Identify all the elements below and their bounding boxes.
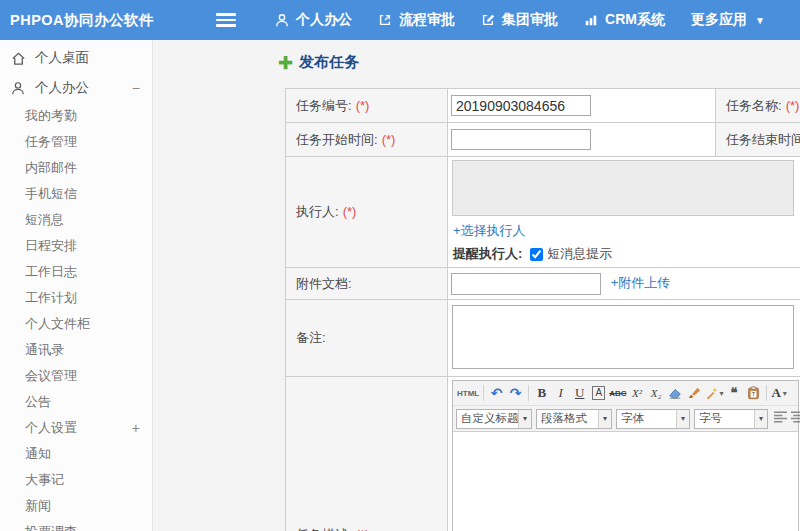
sidebar-item-16[interactable]: 大事记 bbox=[0, 467, 152, 493]
format-painter-button[interactable] bbox=[686, 384, 703, 403]
page-title: 发布任务 bbox=[299, 53, 359, 72]
task-no-input[interactable] bbox=[451, 95, 591, 116]
start-time-label-cell: 任务开始时间:(*) bbox=[286, 123, 448, 157]
font-family-select[interactable]: 字体▾ bbox=[616, 409, 690, 429]
bold-button[interactable]: B bbox=[533, 384, 550, 403]
main-content: ✚ 发布任务 任务编号:(*) 任务名称:(*) 任务开始时间:(*) bbox=[154, 40, 800, 531]
sidebar-item-12[interactable]: 会议管理 bbox=[0, 363, 152, 389]
font-color-button[interactable]: A ▾ bbox=[771, 384, 788, 403]
eraser-icon bbox=[668, 386, 682, 400]
required-mark: (*) bbox=[786, 98, 800, 113]
editor-content-area[interactable] bbox=[453, 431, 798, 531]
executor-label-cell: 执行人:(*) bbox=[286, 157, 448, 268]
sidebar-item-9[interactable]: 工作计划 bbox=[0, 285, 152, 311]
start-time-input[interactable] bbox=[451, 129, 591, 150]
choose-executor-link[interactable]: +选择执行人 bbox=[453, 223, 526, 238]
editor-toolbar-row1: HTML ↶ ↷ B I U A ABC X² X₂ bbox=[453, 381, 798, 406]
task-no-label-cell: 任务编号:(*) bbox=[286, 89, 448, 123]
sidebar-item-label: 通讯录 bbox=[25, 341, 140, 359]
page-head: ✚ 发布任务 bbox=[278, 53, 359, 72]
subscript-button[interactable]: X₂ bbox=[648, 384, 665, 403]
nav-more-apps[interactable]: 更多应用 ▼ bbox=[678, 0, 778, 40]
superscript-button[interactable]: X² bbox=[629, 384, 646, 403]
sidebar-item-18[interactable]: 投票调查 bbox=[0, 519, 152, 531]
remark-label-cell: 备注: bbox=[286, 300, 448, 377]
nav-personal-office[interactable]: 个人办公 bbox=[262, 0, 365, 40]
sidebar-item-6[interactable]: 短消息 bbox=[0, 207, 152, 233]
blockquote-button[interactable]: ❝ bbox=[726, 384, 743, 403]
required-mark: (*) bbox=[343, 204, 357, 219]
expand-icon[interactable]: + bbox=[132, 420, 140, 436]
sidebar-item-11[interactable]: 通讯录 bbox=[0, 337, 152, 363]
nav-crm-system[interactable]: CRM系统 bbox=[571, 0, 678, 40]
nav-workflow-approval[interactable]: 流程审批 bbox=[365, 0, 468, 40]
sidebar-item-2[interactable]: 我的考勤 bbox=[0, 103, 152, 129]
align-left-icon[interactable] bbox=[774, 411, 787, 426]
edit-icon bbox=[481, 13, 495, 27]
sidebar-item-label: 大事记 bbox=[25, 471, 140, 489]
strikethrough-button[interactable]: ABC bbox=[609, 384, 626, 403]
add-task-icon: ✚ bbox=[278, 54, 293, 72]
end-time-label-cell: 任务结束时间:(*) bbox=[716, 123, 800, 157]
description-label-cell: 任务描述:(*) bbox=[286, 377, 448, 531]
sidebar: 个人桌面个人办公−我的考勤任务管理内部邮件手机短信短消息日程安排工作日志工作计划… bbox=[0, 40, 153, 531]
caret-down-icon: ▾ bbox=[676, 410, 689, 428]
sidebar-item-15[interactable]: 通知 bbox=[0, 441, 152, 467]
sidebar-item-label: 通知 bbox=[25, 445, 140, 463]
attachment-input[interactable] bbox=[451, 273, 601, 295]
remind-label: 提醒执行人: bbox=[453, 245, 522, 263]
sidebar-item-4[interactable]: 内部邮件 bbox=[0, 155, 152, 181]
caret-down-icon: ▾ bbox=[754, 410, 767, 428]
custom-title-select[interactable]: 自定义标题▾ bbox=[456, 409, 532, 429]
sidebar-item-8[interactable]: 工作日志 bbox=[0, 259, 152, 285]
chart-icon bbox=[584, 13, 598, 27]
caret-down-icon: ▾ bbox=[783, 389, 787, 398]
menu-toggle-icon[interactable] bbox=[216, 13, 236, 27]
caret-down-icon: ▾ bbox=[720, 389, 724, 398]
autotypeset-button[interactable]: ▾ bbox=[705, 384, 724, 403]
sidebar-item-7[interactable]: 日程安排 bbox=[0, 233, 152, 259]
paste-word-button[interactable]: T bbox=[745, 384, 762, 403]
sidebar-item-label: 新闻 bbox=[25, 497, 140, 515]
sidebar-item-3[interactable]: 任务管理 bbox=[0, 129, 152, 155]
font-size-select[interactable]: 字号▾ bbox=[694, 409, 768, 429]
home-icon bbox=[11, 51, 26, 66]
underline-button[interactable]: U bbox=[571, 384, 588, 403]
executor-box[interactable] bbox=[452, 160, 794, 216]
undo-button[interactable]: ↶ bbox=[488, 384, 505, 403]
align-center-icon[interactable] bbox=[791, 411, 800, 426]
task-form-table: 任务编号:(*) 任务名称:(*) 任务开始时间:(*) 任务结束时间:(*) bbox=[285, 88, 800, 531]
remark-textarea[interactable] bbox=[452, 305, 794, 369]
attachment-upload-link[interactable]: +附件上传 bbox=[611, 275, 671, 290]
rich-text-editor: HTML ↶ ↷ B I U A ABC X² X₂ bbox=[452, 380, 799, 531]
svg-text:T: T bbox=[751, 391, 755, 397]
sidebar-item-14[interactable]: 个人设置+ bbox=[0, 415, 152, 441]
nav-group-approval[interactable]: 集团审批 bbox=[468, 0, 571, 40]
editor-toolbar-row2: 自定义标题▾ 段落格式▾ 字体▾ 字号▾ bbox=[453, 406, 798, 431]
task-name-label-cell: 任务名称:(*) bbox=[716, 89, 800, 123]
required-mark: (*) bbox=[356, 98, 370, 113]
sidebar-item-0[interactable]: 个人桌面 bbox=[0, 43, 152, 73]
sidebar-item-label: 工作计划 bbox=[25, 289, 140, 307]
user-icon bbox=[275, 13, 289, 27]
sidebar-item-label: 手机短信 bbox=[25, 185, 140, 203]
flow-icon bbox=[378, 13, 392, 27]
magic-wand-icon bbox=[705, 387, 718, 400]
sidebar-item-17[interactable]: 新闻 bbox=[0, 493, 152, 519]
eraser-button[interactable] bbox=[667, 384, 684, 403]
sidebar-item-1[interactable]: 个人办公− bbox=[0, 73, 152, 103]
required-mark: (*) bbox=[356, 527, 370, 531]
sidebar-item-13[interactable]: 公告 bbox=[0, 389, 152, 415]
sidebar-item-10[interactable]: 个人文件柜 bbox=[0, 311, 152, 337]
sidebar-item-label: 投票调查 bbox=[25, 523, 140, 531]
redo-button[interactable]: ↷ bbox=[507, 384, 524, 403]
sidebar-item-5[interactable]: 手机短信 bbox=[0, 181, 152, 207]
paste-icon: T bbox=[747, 386, 760, 400]
collapse-icon[interactable]: − bbox=[132, 80, 140, 96]
sms-remind-checkbox[interactable] bbox=[530, 248, 543, 261]
app-logo: PHPOA协同办公软件 bbox=[0, 11, 154, 30]
paragraph-format-select[interactable]: 段落格式▾ bbox=[536, 409, 612, 429]
html-source-button[interactable]: HTML bbox=[457, 384, 479, 403]
font-style-button[interactable]: A bbox=[592, 386, 605, 400]
italic-button[interactable]: I bbox=[552, 384, 569, 403]
